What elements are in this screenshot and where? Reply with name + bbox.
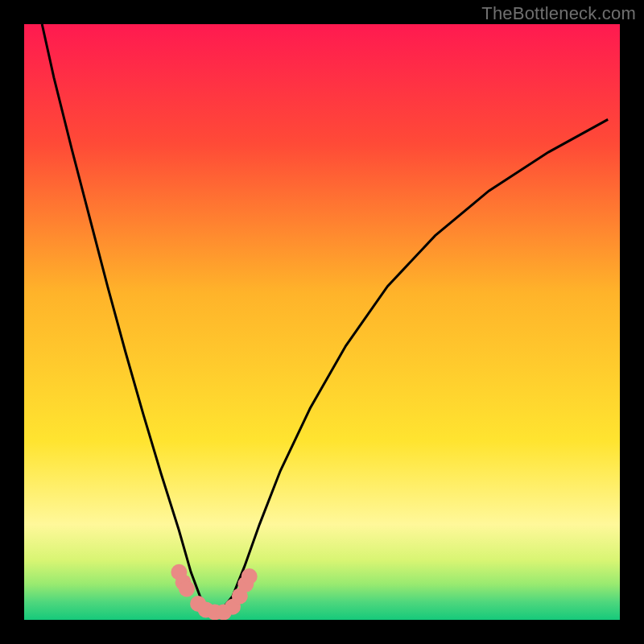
chart-container: TheBottleneck.com	[0, 0, 644, 644]
watermark-text: TheBottleneck.com	[481, 3, 636, 24]
gradient-background	[24, 24, 620, 620]
chart-svg	[24, 24, 620, 620]
marker-point	[179, 581, 195, 597]
marker-point	[242, 568, 258, 584]
plot-area	[24, 24, 620, 620]
